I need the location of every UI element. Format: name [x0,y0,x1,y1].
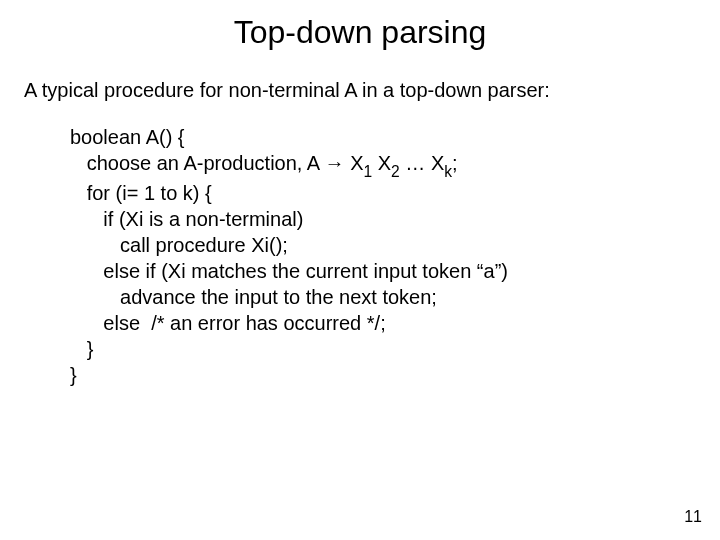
code-line: if (Xi is a non-terminal) [70,208,303,230]
code-line: } [70,338,93,360]
subscript: k [444,163,452,180]
code-line: } [70,364,77,386]
slide: Top-down parsing A typical procedure for… [0,0,720,540]
code-line: boolean A() { [70,126,185,148]
code-line: else if (Xi matches the current input to… [70,260,508,282]
code-frag: ; [452,152,458,174]
code-frag: choose an A-production, A → X [70,152,364,174]
code-line: call procedure Xi(); [70,234,288,256]
subscript: 1 [364,163,373,180]
page-title: Top-down parsing [0,0,720,51]
code-line: for (i= 1 to k) { [70,182,212,204]
page-number: 11 [684,508,702,526]
intro-text: A typical procedure for non-terminal A i… [24,79,720,102]
code-line: else /* an error has occurred */; [70,312,386,334]
code-block: boolean A() { choose an A-production, A … [70,124,720,388]
code-frag: X [372,152,391,174]
code-frag: … X [400,152,444,174]
code-line: advance the input to the next token; [70,286,437,308]
subscript: 2 [391,163,400,180]
code-line: choose an A-production, A → X1 X2 … Xk; [70,152,458,174]
